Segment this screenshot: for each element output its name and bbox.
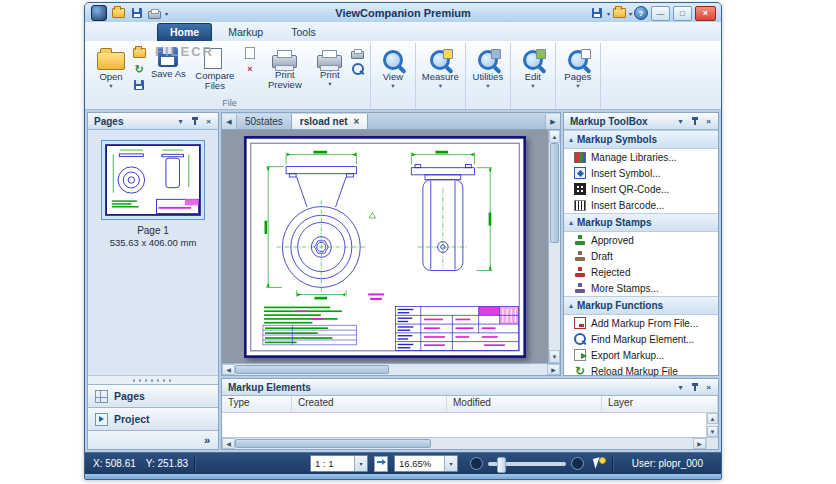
tab-close-icon[interactable]: × [354,116,360,127]
open-recent-button[interactable] [612,6,627,20]
utilities-button[interactable]: Utilities ▾ [469,43,507,97]
scroll-left-arrow-icon[interactable]: ◀ [222,364,235,375]
export-button[interactable] [590,6,605,20]
app-logo-icon[interactable] [91,5,107,21]
toolbox-item-manage-libraries[interactable]: Manage Libraries... [564,149,718,165]
page-thumbnail[interactable] [101,140,205,220]
elements-scroll-left-icon[interactable]: ◀ [222,438,235,449]
toolbox-item-insert-symbol[interactable]: Insert Symbol... [564,165,718,181]
section-markup-symbols[interactable]: ▴ Markup Symbols [564,130,718,149]
elements-scroll-right-icon[interactable]: ▶ [693,438,706,449]
toolbox-item-draft[interactable]: Draft [564,248,718,264]
preview-small-button[interactable] [350,62,366,76]
help-icon[interactable]: ? [634,6,648,20]
scroll-up-icon[interactable]: ▲ [549,130,560,143]
zoom-slider[interactable] [488,462,566,466]
measure-button[interactable]: Measure ▾ [419,43,462,97]
column-layer[interactable]: Layer [602,396,718,412]
elements-scroll-up-icon[interactable]: ▲ [707,413,718,424]
close-button[interactable]: × [695,6,716,21]
quick-print-button[interactable] [147,6,162,20]
pages-pin-icon[interactable] [188,115,201,127]
recent-chevron-down-icon[interactable]: ▾ [629,10,632,17]
vertical-scrollbar[interactable]: ▲ ▼ [548,130,560,363]
tab-home[interactable]: Home [157,23,212,41]
toolbox-item-approved[interactable]: Approved [564,232,718,248]
toolbox-chevron-menu-icon[interactable]: ▾ [674,115,687,127]
toolbox-item-reload-markup[interactable]: ↻ Reload Markup File [564,363,718,379]
toolbox-item-find-markup[interactable]: Find Markup Element... [564,331,718,347]
scroll-right-arrow-icon[interactable]: ▶ [547,364,560,375]
toolbox-item-insert-barcode[interactable]: Insert Barcode... [564,197,718,213]
section-markup-stamps[interactable]: ▴ Markup Stamps [564,213,718,232]
zoom-slider-thumb[interactable] [497,457,506,473]
column-created[interactable]: Created [292,396,447,412]
toolbox-pin-icon[interactable] [688,115,701,127]
reload-file-button[interactable]: ↻ [131,62,147,76]
elements-chevron-menu-icon[interactable]: ▾ [674,381,687,393]
scale-ratio-select[interactable]: 1 : 1 ▾ [310,455,368,472]
drawing-viewport[interactable] [222,130,548,363]
pages-chevron-menu-icon[interactable]: ▾ [174,115,187,127]
section-collapse-icon: ▴ [569,301,573,310]
column-modified[interactable]: Modified [447,396,602,412]
export-chevron-down-icon[interactable]: ▾ [607,10,610,17]
doc-tab-50states[interactable]: 50states [237,114,292,129]
toolbox-close-icon[interactable]: × [702,115,715,127]
view-button[interactable]: View ▾ [374,43,412,97]
collapse-chevrons-icon[interactable]: » [204,434,210,446]
print-button[interactable]: Print ▾ [311,43,349,97]
edit-button[interactable]: Edit ▾ [514,43,552,97]
toolbox-item-add-markup-file[interactable]: Add Markup From File... [564,315,718,331]
quick-save-button[interactable] [129,6,144,20]
zoom-in-button[interactable] [571,457,584,470]
pointer-tool-icon[interactable] [592,457,606,471]
quick-open-button[interactable] [111,6,126,20]
tab-markup[interactable]: Markup [216,24,275,41]
sidebar-item-project[interactable]: Project [88,407,218,430]
elements-scroll-thumb[interactable] [235,439,431,448]
doc-tab-rsload[interactable]: rsload net × [292,114,369,129]
tab-scroll-left[interactable]: ◀ [222,114,237,129]
qat-chevron-down-icon[interactable]: ▾ [165,10,168,17]
minimize-button[interactable]: — [651,6,670,21]
fit-page-icon[interactable] [374,456,388,472]
zoom-level-select[interactable]: 16.65% ▾ [394,455,458,472]
print-preview-button[interactable]: Print Preview [259,43,311,97]
elements-horizontal-scrollbar[interactable]: ◀ ▶ [222,437,706,449]
scroll-down-icon[interactable]: ▼ [549,350,560,363]
splitter-handle[interactable] [88,375,218,384]
section-markup-functions[interactable]: ▴ Markup Functions [564,296,718,315]
close-file-button[interactable]: × [242,62,258,76]
toolbox-item-insert-qr[interactable]: Insert QR-Code... [564,181,718,197]
sidebar-item-pages[interactable]: Pages [88,384,218,407]
tab-tools[interactable]: Tools [279,24,328,41]
vertical-scroll-thumb[interactable] [550,143,559,243]
horizontal-scroll-thumb[interactable] [235,365,389,374]
tab-scroll-right[interactable]: ▶ [545,114,560,129]
column-type[interactable]: Type [222,396,292,412]
elements-scroll-down-icon[interactable]: ▼ [707,426,718,437]
elements-list[interactable] [222,413,706,437]
print-small-button[interactable] [350,46,366,60]
zoom-out-button[interactable] [470,457,483,470]
elements-column-header: Type Created Modified Layer [222,396,718,413]
new-doc-button[interactable] [242,46,258,60]
elements-pin-icon[interactable] [688,381,701,393]
measure-chevron-down-icon: ▾ [439,83,442,90]
open-small-button[interactable] [131,46,147,60]
pages-close-icon[interactable]: × [202,115,215,127]
print-preview-icon [272,55,297,68]
pages-button[interactable]: Pages ▾ [559,43,597,97]
stamp-more-icon [574,282,586,294]
elements-close-icon[interactable]: × [702,381,715,393]
open-button[interactable]: Open ▾ [92,43,130,97]
document-tab-bar: ◀ 50states rsload net × ▶ [222,113,560,130]
elements-vertical-scrollbar[interactable]: ▲ ▼ [706,413,718,437]
maximize-button[interactable]: □ [673,6,692,21]
toolbox-item-rejected[interactable]: Rejected [564,264,718,280]
toolbox-item-export-markup[interactable]: Export Markup... [564,347,718,363]
horizontal-scrollbar[interactable]: ◀ ▶ [222,363,560,375]
save-small-button[interactable] [131,78,147,92]
toolbox-item-more-stamps[interactable]: More Stamps... [564,280,718,296]
